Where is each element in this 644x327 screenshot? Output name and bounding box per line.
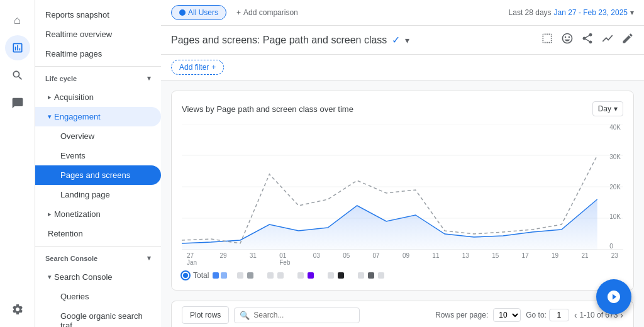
sidebar-item-retention[interactable]: Retention	[35, 224, 161, 243]
chevron-down-icon: ▾	[48, 113, 52, 121]
sidebar-item-engagement[interactable]: ▾ Engagement	[35, 107, 161, 126]
chart-legend: Total	[182, 266, 623, 280]
sidebar-item-acquisition[interactable]: ▸ Acquisition	[35, 87, 161, 107]
prev-page-button[interactable]: ‹	[574, 310, 577, 320]
emoji-icon[interactable]	[561, 32, 574, 48]
plus-filter-icon: +	[211, 63, 216, 72]
add-filter-button[interactable]: Add filter +	[171, 60, 224, 75]
sidebar-item-reports-snapshot[interactable]: Reports snapshot	[35, 5, 161, 25]
sidebar-item-landing-page[interactable]: Landing page	[35, 185, 161, 204]
x-axis: 27Jan 29 31 01Feb 03 05 07 09 11 13 15 1…	[182, 250, 623, 266]
goto-control: Go to:	[526, 309, 569, 321]
main-content: All Users + Add comparison Last 28 days …	[161, 0, 644, 327]
chart-card: Views by Page path and screen class over…	[171, 91, 634, 291]
reports-icon[interactable]	[5, 35, 30, 60]
date-range[interactable]: Last 28 days Jan 27 - Feb 23, 2025 ▾	[509, 8, 634, 17]
sidebar: Reports snapshot Realtime overview Realt…	[35, 0, 161, 327]
home-icon[interactable]: ⌂	[5, 8, 30, 33]
search-console-section[interactable]: Search Console ▾	[35, 249, 161, 267]
rows-per-page: Rows per page: 10 25 50	[435, 308, 521, 322]
data-table-container: Plot rows 🔍 Rows per page: 10 25 50 Go t…	[171, 301, 634, 327]
all-users-button[interactable]: All Users	[171, 5, 226, 20]
configure-icon[interactable]	[5, 297, 30, 322]
advertising-icon[interactable]	[5, 91, 30, 116]
page-title: Pages and screens: Page path and screen …	[171, 34, 409, 46]
chevron-up-icon: ▾	[147, 74, 151, 82]
goto-input[interactable]	[549, 309, 569, 321]
sidebar-item-pages-screens[interactable]: Pages and screens	[35, 165, 161, 185]
search-icon: 🔍	[240, 311, 250, 320]
search-box[interactable]: 🔍	[234, 308, 360, 323]
chevron-up-icon2: ▾	[147, 254, 151, 262]
customize-icon[interactable]	[541, 32, 553, 48]
chevron-down-icon2: ▾	[48, 273, 52, 281]
chart-area: 40K 30K 20K 10K 0	[182, 124, 623, 250]
chevron-right-icon2: ▸	[48, 210, 52, 218]
sidebar-item-realtime-overview[interactable]: Realtime overview	[35, 25, 161, 44]
plot-rows-button[interactable]: Plot rows	[182, 306, 229, 324]
sidebar-item-overview[interactable]: Overview	[35, 126, 161, 146]
fab-button[interactable]	[596, 279, 631, 314]
page-actions	[541, 32, 634, 48]
page-header: Pages and screens: Page path and screen …	[161, 26, 644, 55]
svg-marker-5	[182, 199, 597, 250]
sidebar-item-monetization[interactable]: ▸ Monetization	[35, 204, 161, 224]
sidebar-item-realtime-pages[interactable]: Realtime pages	[35, 44, 161, 64]
analytics-icon[interactable]	[601, 32, 614, 48]
chevron-right-icon: ▸	[48, 93, 52, 101]
explore-icon[interactable]	[5, 63, 30, 88]
top-bar: All Users + Add comparison Last 28 days …	[161, 0, 644, 26]
verified-icon: ✓	[392, 34, 400, 46]
search-input[interactable]	[253, 311, 354, 319]
sidebar-item-google-organic[interactable]: Google organic search traf...	[35, 306, 161, 327]
edit-icon[interactable]	[621, 32, 634, 48]
title-dropdown-icon[interactable]: ▾	[405, 35, 409, 45]
filter-bar: Add filter +	[161, 55, 644, 80]
legend-total: Total	[182, 271, 227, 280]
share-icon[interactable]	[581, 32, 594, 48]
chevron-date-icon: ▾	[630, 8, 634, 17]
chart-title: Views by Page path and screen class over…	[182, 104, 353, 114]
add-comparison-button[interactable]: + Add comparison	[231, 6, 303, 19]
sidebar-item-search-console[interactable]: ▾ Search Console	[35, 267, 161, 287]
rows-per-page-select[interactable]: 10 25 50	[493, 308, 521, 322]
day-chevron-icon: ▾	[614, 104, 618, 113]
plus-icon: +	[236, 8, 241, 17]
life-cycle-section[interactable]: Life cycle ▾	[35, 69, 161, 87]
sidebar-item-events[interactable]: Events	[35, 146, 161, 165]
sidebar-item-queries[interactable]: Queries	[35, 287, 161, 306]
chart-svg	[182, 124, 623, 250]
day-selector[interactable]: Day ▾	[592, 101, 623, 116]
y-axis-labels: 40K 30K 20K 10K 0	[607, 124, 623, 250]
legend-dots	[237, 272, 384, 279]
table-controls: Plot rows 🔍 Rows per page: 10 25 50 Go t…	[171, 301, 634, 327]
content-area: Views by Page path and screen class over…	[161, 80, 644, 327]
